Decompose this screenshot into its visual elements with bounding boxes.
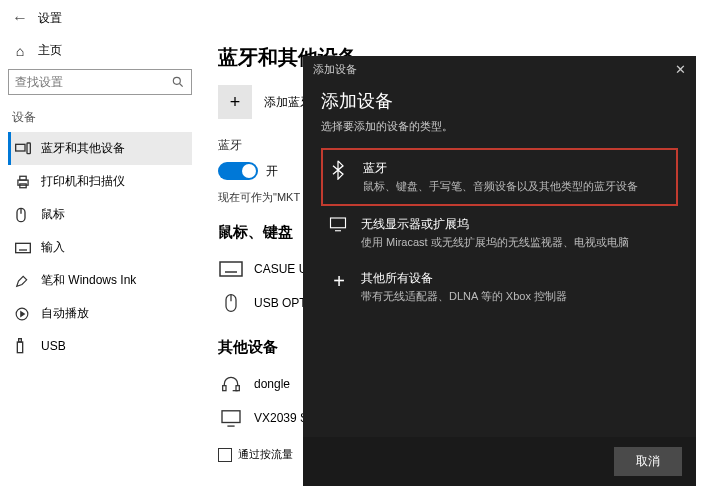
dialog-window-title: 添加设备 [313,62,357,77]
close-icon[interactable]: ✕ [675,62,686,77]
option-bluetooth[interactable]: 蓝牙 鼠标、键盘、手写笔、音频设备以及其他类型的蓝牙设备 [321,148,678,206]
sidebar-item-typing[interactable]: 输入 [8,231,192,264]
option-desc: 鼠标、键盘、手写笔、音频设备以及其他类型的蓝牙设备 [363,179,638,194]
option-title: 其他所有设备 [361,270,567,287]
sidebar-item-label: 鼠标 [41,206,65,223]
option-title: 蓝牙 [363,160,638,177]
sidebar-item-label: 笔和 Windows Ink [41,272,136,289]
search-input[interactable] [15,75,171,89]
svg-rect-28 [222,411,240,423]
sidebar-item-bluetooth[interactable]: 蓝牙和其他设备 [8,132,192,165]
svg-line-1 [180,84,183,87]
sidebar-item-printers[interactable]: 打印机和扫描仪 [8,165,192,198]
sidebar-section-label: 设备 [12,109,188,126]
option-desc: 带有无线适配器、DLNA 等的 Xbox 控制器 [361,289,567,304]
window-header: ← 设置 [0,0,705,36]
add-device-dialog: 添加设备 ✕ 添加设备 选择要添加的设备的类型。 蓝牙 鼠标、键盘、手写笔、音频… [303,56,696,486]
plus-icon: + [230,92,241,113]
mouse-icon [218,292,244,314]
search-icon [171,75,185,89]
keyboard-icon [15,242,31,254]
sidebar: ⌂ 主页 设备 蓝牙和其他设备 打印机和扫描仪 鼠标 [0,36,200,470]
home-icon: ⌂ [12,43,28,59]
option-desc: 使用 Miracast 或无线扩展坞的无线监视器、电视或电脑 [361,235,629,250]
back-button[interactable]: ← [8,9,32,27]
sidebar-item-label: USB [41,339,66,353]
cancel-button[interactable]: 取消 [614,447,682,476]
sidebar-item-label: 蓝牙和其他设备 [41,140,125,157]
svg-rect-18 [220,262,242,276]
svg-rect-16 [17,342,22,353]
device-name: VX2039 S [254,411,308,425]
option-title: 无线显示器或扩展坞 [361,216,629,233]
plus-icon: + [329,270,349,304]
mouse-icon [15,207,31,223]
monitor-icon [218,407,244,429]
svg-rect-26 [223,386,226,391]
sidebar-item-mouse[interactable]: 鼠标 [8,198,192,231]
toggle-state: 开 [266,163,278,180]
add-device-button[interactable]: + [218,85,252,119]
sidebar-item-usb[interactable]: USB [8,330,192,362]
sidebar-home[interactable]: ⌂ 主页 [8,36,192,69]
headset-icon [218,373,244,395]
bluetooth-toggle[interactable] [218,162,258,180]
device-name: dongle [254,377,290,391]
svg-rect-30 [331,218,346,228]
printer-icon [15,175,31,189]
svg-rect-17 [19,339,22,342]
device-name: USB OPT [254,296,307,310]
checkbox[interactable] [218,448,232,462]
svg-point-0 [173,77,180,84]
sidebar-item-pen[interactable]: 笔和 Windows Ink [8,264,192,297]
keyboard-icon [218,258,244,280]
window-title: 设置 [38,10,62,27]
svg-rect-27 [236,386,239,391]
svg-marker-15 [21,311,24,316]
autoplay-icon [15,307,31,321]
sidebar-home-label: 主页 [38,42,62,59]
dialog-subtitle: 选择要添加的设备的类型。 [321,119,678,134]
devices-icon [15,142,31,156]
svg-rect-3 [27,143,30,154]
search-box[interactable] [8,69,192,95]
bluetooth-icon [331,160,351,194]
svg-rect-9 [16,243,31,252]
sidebar-item-label: 打印机和扫描仪 [41,173,125,190]
svg-rect-2 [16,144,25,151]
usb-icon [15,338,31,354]
checkbox-label: 通过按流量 [238,447,293,462]
svg-rect-5 [20,176,26,180]
sidebar-item-autoplay[interactable]: 自动播放 [8,297,192,330]
sidebar-item-label: 输入 [41,239,65,256]
option-wireless-display[interactable]: 无线显示器或扩展坞 使用 Miracast 或无线扩展坞的无线监视器、电视或电脑 [321,206,678,260]
display-icon [329,216,349,250]
pen-icon [15,274,31,288]
dialog-title: 添加设备 [321,89,678,113]
device-name: CASUE U [254,262,307,276]
sidebar-item-label: 自动播放 [41,305,89,322]
option-everything-else[interactable]: + 其他所有设备 带有无线适配器、DLNA 等的 Xbox 控制器 [321,260,678,314]
